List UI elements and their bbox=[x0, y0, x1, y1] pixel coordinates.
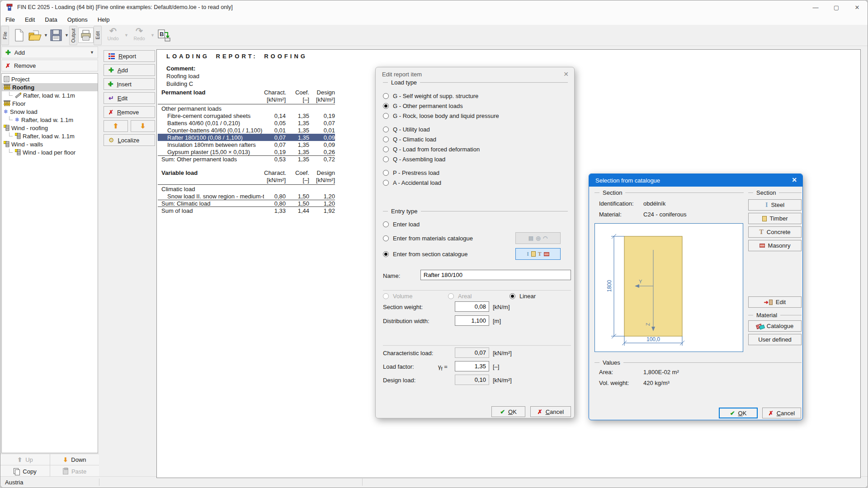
table-row[interactable]: Climatic load bbox=[158, 185, 335, 192]
tree-item-rafter-snow[interactable]: ❄ Rafter, load w. 1.1m bbox=[2, 116, 98, 124]
radio-linear[interactable]: Linear bbox=[509, 292, 536, 300]
export-icon: B bbox=[157, 29, 170, 42]
section-catalogue-button[interactable]: I T bbox=[515, 248, 561, 260]
minimize-button[interactable]: — bbox=[805, 0, 826, 14]
table-row[interactable]: Fibre-cement corrugated sheets0,141,350,… bbox=[158, 112, 335, 119]
radio-rock-pressure[interactable]: G - Rock, loose body and liquid pressure bbox=[383, 112, 499, 120]
menu-options[interactable]: Options bbox=[62, 14, 93, 25]
concrete-button[interactable]: T Concrete bbox=[748, 226, 802, 238]
tree-item-rafter-wind[interactable]: Rafter, load w. 1.1m bbox=[2, 132, 98, 140]
close-icon[interactable]: ✕ bbox=[563, 70, 569, 78]
tree-item-wind-roofing[interactable]: Wind - roofing bbox=[2, 124, 98, 132]
radio-icon-checked bbox=[383, 103, 389, 109]
sidebar-remove-button[interactable]: ✗ Remove bbox=[1, 60, 98, 71]
export-button[interactable]: B bbox=[156, 28, 171, 43]
save-dropdown-arrow[interactable]: ▼ bbox=[65, 33, 69, 38]
cancel-button[interactable]: ✗ Cancel bbox=[530, 406, 571, 417]
radio-utility-load[interactable]: Q - Utility load bbox=[383, 125, 430, 133]
table-row-sum[interactable]: Sum: Climatic load0,801,501,20 bbox=[158, 200, 335, 207]
table-row[interactable]: Snow load II. snow region - medium-term0… bbox=[158, 192, 335, 200]
ok-button[interactable]: ✔ OK bbox=[491, 406, 525, 417]
radio-forced-deformation[interactable]: Q - Load from forced deformation bbox=[383, 145, 480, 153]
tree-item-wind-walls[interactable]: Wind - walls bbox=[2, 140, 98, 148]
open-dropdown-arrow[interactable]: ▼ bbox=[44, 33, 48, 38]
radio-volume[interactable]: Volume bbox=[383, 292, 412, 300]
table-row-selected[interactable]: Rafter 180/100 (0,08 / 1,100)0,071,350,0… bbox=[158, 134, 335, 141]
copy-button[interactable]: Copy bbox=[0, 465, 50, 477]
radio-materials-catalogue[interactable]: Enter from materials catalogue bbox=[383, 234, 473, 242]
move-up-button[interactable]: ⬆ bbox=[104, 120, 128, 132]
open-folder-icon bbox=[28, 29, 42, 41]
undo-dropdown-arrow[interactable]: ▼ bbox=[124, 33, 128, 38]
materials-catalogue-button[interactable]: ▤ ◎ ◠ bbox=[515, 232, 561, 244]
comment-label: Comment: bbox=[166, 65, 195, 72]
sidebar-add-button[interactable]: ✚ Add ▼ bbox=[1, 47, 98, 58]
timber-button[interactable]: Timber bbox=[748, 213, 802, 224]
table-row[interactable]: Insulation 180mm between rafters0,071,35… bbox=[158, 141, 335, 148]
steel-button[interactable]: I Steel bbox=[748, 199, 802, 211]
print-button[interactable] bbox=[78, 28, 94, 43]
radio-areal[interactable]: Areal bbox=[448, 292, 472, 300]
close-icon[interactable]: ✕ bbox=[792, 176, 797, 183]
cancel-button[interactable]: ✗ Cancel bbox=[762, 408, 801, 418]
maximize-button[interactable]: ▢ bbox=[826, 0, 847, 14]
menu-file[interactable]: File bbox=[0, 14, 20, 25]
table-row[interactable]: Other permanent loads bbox=[158, 105, 335, 112]
localize-button[interactable]: ⚙ Localize bbox=[104, 134, 155, 146]
open-button[interactable] bbox=[28, 28, 43, 43]
move-down-button[interactable]: ⬇ bbox=[131, 120, 155, 132]
toolbar-tab-output[interactable]: Output bbox=[69, 26, 77, 45]
add-button[interactable]: ✚ Add bbox=[104, 64, 155, 76]
save-button[interactable] bbox=[48, 28, 64, 43]
catalogue-button[interactable]: Catalogue bbox=[748, 320, 802, 332]
dialog-title-bar[interactable]: Selection from catalogue bbox=[589, 174, 802, 187]
radio-section-catalogue[interactable]: Enter from section catalogue bbox=[383, 250, 467, 258]
tree-item-roofing[interactable]: Roofing bbox=[2, 83, 98, 91]
user-defined-button[interactable]: User defined bbox=[748, 334, 802, 345]
radio-other-permanent[interactable]: G - Other permanent loads bbox=[383, 102, 463, 110]
new-document-button[interactable] bbox=[11, 28, 27, 43]
radio-climatic-load[interactable]: Q - Climatic load bbox=[383, 135, 436, 143]
redo-dropdown-arrow[interactable]: ▼ bbox=[151, 33, 155, 38]
table-row-sum[interactable]: Sum: Other permanent loads0,531,350,72 bbox=[158, 155, 335, 163]
tree-item-rafter-roofing[interactable]: Rafter, load w. 1.1m bbox=[2, 91, 98, 99]
down-button[interactable]: ⬇ Down bbox=[50, 454, 99, 465]
tree-item-snow-load[interactable]: ❄ Snow load bbox=[2, 108, 98, 116]
radio-self-weight[interactable]: G - Self weight of supp. structure bbox=[383, 92, 478, 100]
insert-button[interactable]: ≡✚ Insert bbox=[104, 78, 155, 90]
table-row[interactable]: Battens 40/60 (0,01 / 0,210)0,051,350,07 bbox=[158, 119, 335, 127]
edit-section-button[interactable]: ➜ Edit bbox=[748, 296, 802, 308]
load-factor-input[interactable] bbox=[455, 361, 489, 371]
table-row[interactable]: Counter-battens 40/60 (0,01 / 1,100)0,01… bbox=[158, 127, 335, 134]
close-button[interactable]: ✕ bbox=[847, 0, 868, 14]
menu-help[interactable]: Help bbox=[93, 14, 115, 25]
radio-assembling-load[interactable]: Q - Assembling load bbox=[383, 155, 445, 163]
report-button[interactable]: Report bbox=[104, 50, 155, 62]
edit-button[interactable]: ↵ Edit bbox=[104, 92, 155, 104]
distribution-width-input[interactable] bbox=[455, 315, 489, 326]
undo-button[interactable]: ↶ Undo bbox=[103, 27, 123, 45]
section-weight-input[interactable] bbox=[455, 301, 489, 312]
menu-edit[interactable]: Edit bbox=[20, 14, 40, 25]
title-bar: FIN EC 2025 - Loading (64 bit) [Fine onl… bbox=[0, 0, 868, 14]
name-input[interactable] bbox=[420, 270, 571, 280]
table-row-total[interactable]: Sum of load1,331,441,92 bbox=[158, 207, 335, 214]
redo-button[interactable]: ↷ Redo bbox=[129, 27, 150, 45]
table-header: Variable load Charact. Coef. Design bbox=[158, 169, 335, 176]
paste-button[interactable]: Paste bbox=[50, 465, 99, 477]
masonry-button[interactable]: Masonry bbox=[748, 240, 802, 251]
radio-enter-load[interactable]: Enter load bbox=[383, 220, 420, 228]
toolbar-tab-file[interactable]: File bbox=[1, 26, 9, 45]
ok-button[interactable]: ✔ OK bbox=[719, 408, 758, 418]
remove-button[interactable]: ✗ Remove bbox=[104, 106, 155, 118]
tree-item-wind-per-floor[interactable]: Wind - load per floor bbox=[2, 148, 98, 156]
table-row[interactable]: Gypsum plaster (15,00 × 0,013)0,191,350,… bbox=[158, 148, 335, 155]
add-dropdown-arrow[interactable]: ▼ bbox=[90, 50, 94, 55]
radio-prestress-load[interactable]: P - Prestress load bbox=[383, 169, 439, 177]
tree-item-project[interactable]: Project bbox=[2, 75, 98, 83]
tree-item-floor[interactable]: Floor bbox=[2, 99, 98, 108]
menu-data[interactable]: Data bbox=[40, 14, 62, 25]
radio-accidental-load[interactable]: A - Accidental load bbox=[383, 178, 441, 187]
up-button[interactable]: ⬆ Up bbox=[0, 454, 50, 465]
toolbar-tab-edit[interactable]: Edit bbox=[94, 26, 102, 45]
